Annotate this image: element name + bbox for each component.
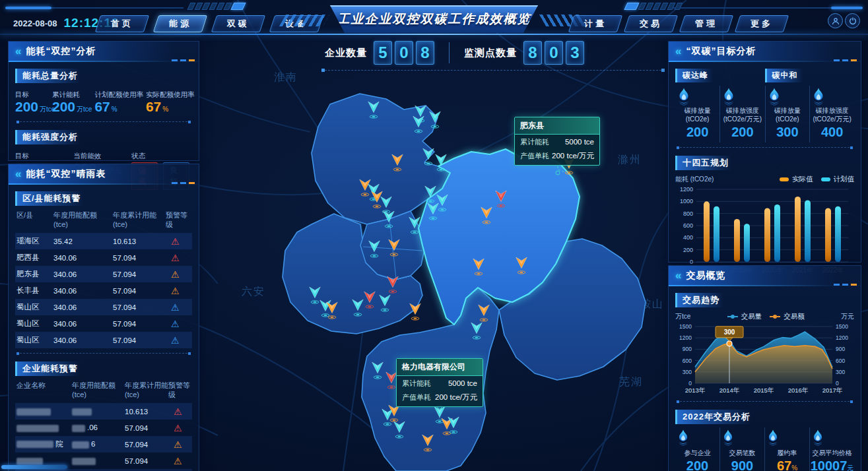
tab-双碳[interactable]: 双碳 xyxy=(211,15,265,32)
trade-2022-stats: 参与企业200交易笔数900履约率67%交易平均价格10007元 xyxy=(675,427,854,471)
user-icon[interactable] xyxy=(828,13,843,28)
warning-level-icon: ⚠ xyxy=(168,439,192,450)
bar-planned-2021年 xyxy=(805,201,811,263)
legend-item-交易额[interactable]: 交易额 xyxy=(770,312,805,321)
trade-stat-value: 200 xyxy=(675,458,719,471)
map-tooltip-feidong: 肥东县 累计能耗 5000 tce 产值单耗 200 tce/万元 xyxy=(514,117,600,166)
power-icon[interactable] xyxy=(845,13,860,28)
city-label-六安: 六安 xyxy=(242,286,265,297)
panel-title: “双碳”目标分析 xyxy=(686,46,756,57)
cell-usage: 57.094 xyxy=(113,336,166,344)
cell-usage: 10.613 xyxy=(113,237,166,245)
column-header: 年度用能配额 (tce) xyxy=(72,381,125,400)
flame-icon xyxy=(675,429,691,447)
cell-name: 蜀山区 xyxy=(17,302,53,312)
table-row: 长丰县340.0657.094⚠ xyxy=(15,282,192,299)
carbon-group-碳达峰: 碳达峰碳排放量(tCO2e)200碳排放强度(tCO2e/万元)200 xyxy=(675,66,765,142)
x-tick-label: 2013年 xyxy=(685,387,706,394)
y-tick-left: 300 xyxy=(683,369,692,375)
bottom-scrollbar-accent[interactable] xyxy=(1,465,67,469)
carbon-stat-value: 200 xyxy=(720,125,764,140)
panel-header: « 交易概览 xyxy=(669,266,861,285)
tab-能源[interactable]: 能源 xyxy=(153,15,207,32)
tab-交易[interactable]: 交易 xyxy=(624,15,678,32)
warning-level-icon: ⚠ xyxy=(166,302,192,313)
digit-boxes: 508 xyxy=(374,41,434,65)
double-chevron-icon: « xyxy=(15,46,21,57)
legend-item-实际值[interactable]: 实际值 xyxy=(780,175,813,184)
tooltip-row: 产值单耗 200 tce/万元 xyxy=(515,148,599,165)
table-row: 肥西县340.0657.094⚠ xyxy=(15,249,192,266)
carbon-stat-value: 200 xyxy=(675,125,719,140)
panel-header: « 能耗“双控”分析 xyxy=(9,42,199,61)
map-tooltip-gree-company: 格力电器有限公司 累计能耗 5000 tce 产值单耗 200 tce/万元 xyxy=(396,358,483,407)
subsection-tag-district-warning: 区/县能耗预警 xyxy=(15,191,89,206)
cell-name: 蜀山区 xyxy=(17,319,53,329)
tab-更多[interactable]: 更多 xyxy=(735,15,789,32)
cell-quota: .06 xyxy=(72,424,125,431)
panel-title: 能耗“双控”晴雨表 xyxy=(26,168,106,180)
panel-header: « “双碳”目标分析 xyxy=(669,42,861,61)
cell-usage: 57.094 xyxy=(113,287,166,295)
cell-quota: 340.06 xyxy=(53,336,113,344)
cell-usage: 57.094 xyxy=(113,270,166,278)
group-stats: 碳排放量(tCO2e)200碳排放强度(tCO2e/万元)200 xyxy=(675,86,765,142)
cell-quota: 340.06 xyxy=(53,270,113,278)
carbon-stat-label: 碳排放强度 xyxy=(720,106,764,115)
stats-underline xyxy=(321,70,665,71)
warning-level-icon: ⚠ xyxy=(166,253,192,263)
cell-name: 长丰县 xyxy=(17,286,53,296)
tab-管理[interactable]: 管理 xyxy=(679,15,733,32)
y-tick-label: 1000 xyxy=(680,198,693,204)
flame-icon xyxy=(720,87,737,106)
digit-box: 8 xyxy=(523,41,542,65)
subsection-tag-enterprise-warning: 企业能耗预警 xyxy=(15,361,86,376)
y-tick-left: 1200 xyxy=(679,334,692,341)
carbon-stat: 碳排放强度(tCO2e/万元)200 xyxy=(719,86,764,142)
stat-累计能耗: 累计能耗200万tce xyxy=(52,86,94,117)
carbon-stat-label: 碳排放量 xyxy=(766,106,810,115)
stat-label: 当前能效 xyxy=(73,152,101,160)
area-chart-right-unit: 万元 xyxy=(841,312,854,321)
cell-name xyxy=(17,407,72,415)
tooltip-marker xyxy=(727,341,732,346)
panel-energy-barometer: « 能耗“双控”晴雨表 区/县能耗预警 区/县年度用能配额 (tce)年度累计用… xyxy=(8,164,199,471)
area-chart-legend: 交易量交易额 xyxy=(727,312,805,321)
bar-chart-ylabel: 能耗 (tCO2e) xyxy=(675,175,714,184)
tab-label: 计量 xyxy=(572,16,619,32)
enterprise-warning-table: 企业名称年度用能配额 (tce)年度累计用能 (tce)预警等级10.613⚠.… xyxy=(15,379,192,471)
header-dashes-left xyxy=(189,3,244,10)
y-tick-left: 0 xyxy=(688,380,692,387)
warning-level-icon: ⚠ xyxy=(168,406,192,417)
trade-stat-交易平均价格: 交易平均价格10007元 xyxy=(809,427,854,471)
cell-usage: 57.094 xyxy=(113,254,166,262)
tooltip-title: 格力电器有限公司 xyxy=(397,359,483,376)
warning-level-icon: ⚠ xyxy=(166,319,192,329)
panel-energy-dual-control: « 能耗“双控”分析 能耗总量分析 目标200万tce累计能耗200万tce计划… xyxy=(8,41,199,161)
tab-首页[interactable]: 首页 xyxy=(95,15,149,32)
cell-quota xyxy=(72,456,125,464)
table-header-row: 企业名称年度用能配额 (tce)年度累计用能 (tce)预警等级 xyxy=(15,379,192,403)
trade-stat-value: 67% xyxy=(765,458,809,471)
panel-trade-overview: « 交易概览 交易趋势 万tce 交易量交易额 万元 0030030060060… xyxy=(668,265,861,471)
digit-box: 8 xyxy=(416,41,434,65)
x-tick-label: 2017年 xyxy=(822,387,843,394)
table-header-row: 区/县年度用能配额 (tce)年度累计用能 (tce)预警等级 xyxy=(15,209,192,233)
header-accent-left xyxy=(5,7,51,9)
stat-group-label: 监测点数量 xyxy=(464,47,517,59)
tooltip-value: 200 tce/万元 xyxy=(552,151,594,161)
legend-item-计划值[interactable]: 计划值 xyxy=(821,175,855,184)
header-accent-right xyxy=(831,7,863,9)
y-tick-label: 0 xyxy=(690,259,693,265)
total-energy-stats: 目标200万tce累计能耗200万tce计划配额使用率67%实际配额使用率67% xyxy=(15,86,192,117)
trade-stat-unit: % xyxy=(791,464,797,471)
y-tick-label: 1200 xyxy=(680,186,693,193)
panel-header-line xyxy=(669,285,861,286)
carbon-stat-unit: (tCO2e/万元) xyxy=(810,115,854,123)
tab-label: 交易 xyxy=(627,16,675,32)
dashed-separator xyxy=(17,121,191,123)
tab-label: 双碳 xyxy=(215,16,262,32)
tab-计量[interactable]: 计量 xyxy=(568,15,622,32)
legend-item-交易量[interactable]: 交易量 xyxy=(727,312,762,321)
carbon-stat: 碳排放量(tCO2e)300 xyxy=(765,86,810,142)
